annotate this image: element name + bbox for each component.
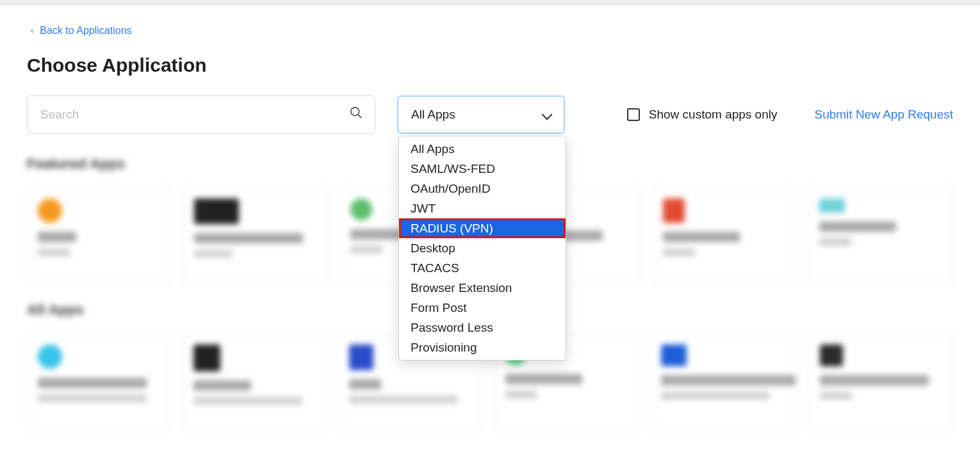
back-to-applications-link[interactable]: ‹ Back to Applications — [27, 25, 132, 36]
dropdown-option[interactable]: Form Post — [399, 298, 566, 318]
dropdown-option[interactable]: OAuth/OpenID — [399, 179, 566, 199]
submit-new-app-request-link[interactable]: Submit New App Request — [814, 108, 953, 122]
app-type-dropdown-panel[interactable]: All AppsSAML/WS-FEDOAuth/OpenIDJWTRADIUS… — [398, 136, 566, 361]
search-icon — [349, 106, 363, 124]
show-custom-apps-toggle[interactable]: Show custom apps only — [627, 108, 778, 122]
chevron-left-icon: ‹ — [31, 26, 33, 35]
search-field-wrapper[interactable] — [27, 95, 375, 134]
dropdown-option[interactable]: SAML/WS-FED — [399, 159, 566, 179]
dropdown-option[interactable]: Browser Extension — [399, 278, 566, 298]
dropdown-option[interactable]: Desktop — [399, 238, 566, 258]
dropdown-option[interactable]: All Apps — [399, 139, 566, 159]
dropdown-option[interactable]: RADIUS (VPN) — [399, 218, 566, 238]
dropdown-option[interactable]: TACACS — [399, 258, 566, 278]
dropdown-option[interactable]: Password Less — [399, 318, 566, 337]
app-type-filter[interactable]: All Apps — [397, 95, 565, 134]
dropdown-option[interactable]: Provisioning — [399, 337, 566, 357]
dropdown-option[interactable]: JWT — [399, 199, 566, 218]
chevron-down-icon — [543, 110, 552, 119]
back-link-label: Back to Applications — [40, 25, 131, 36]
svg-line-1 — [358, 114, 362, 118]
app-type-selected-label: All Apps — [411, 108, 455, 122]
show-custom-apps-label: Show custom apps only — [649, 108, 778, 122]
checkbox-icon — [627, 108, 640, 121]
app-type-select[interactable]: All Apps — [397, 95, 565, 134]
page-title: Choose Application — [27, 54, 953, 76]
window-topbar — [0, 0, 980, 5]
search-input[interactable] — [39, 107, 349, 122]
controls-row: All Apps Show custom apps only Submit Ne… — [27, 95, 953, 134]
svg-point-0 — [351, 107, 359, 115]
